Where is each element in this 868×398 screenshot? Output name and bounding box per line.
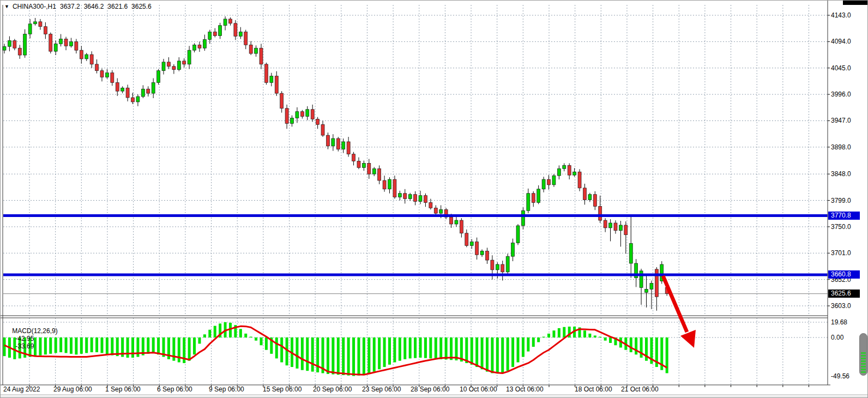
macd-bar	[75, 337, 77, 354]
macd-bar	[147, 337, 149, 354]
scrollbar-stripes-icon	[861, 352, 866, 373]
macd-bar	[496, 337, 499, 373]
candle	[557, 168, 560, 176]
candle	[59, 39, 63, 44]
candle	[224, 19, 227, 26]
symbol-period-label: CHINA300-,H1	[13, 3, 56, 10]
candle	[162, 62, 165, 71]
candle	[116, 82, 119, 91]
candle	[183, 61, 186, 64]
macd-bar	[157, 337, 160, 354]
macd-bar	[80, 337, 83, 354]
candle	[542, 179, 545, 189]
macd-bar	[250, 337, 252, 337]
macd-bar	[296, 337, 298, 369]
candle	[85, 55, 88, 59]
macd-main-value: -42.95	[15, 335, 34, 342]
macd-bar	[511, 337, 514, 367]
candle	[342, 142, 345, 149]
macd-bar	[435, 337, 437, 359]
macd-bar	[70, 337, 73, 354]
macd-bar	[532, 337, 535, 347]
macd-name: MACD(12,26,9)	[12, 327, 57, 335]
candle	[80, 50, 83, 59]
macd-bar	[337, 337, 340, 375]
down-arrow-annotation[interactable]	[663, 276, 696, 348]
macd-bar	[527, 337, 529, 352]
candle	[655, 269, 658, 297]
window-bottom-strip	[1, 394, 868, 398]
macd-bar	[383, 337, 386, 367]
ohlc-high: 3646.2	[84, 3, 104, 10]
time-tick-label: 21 Oct 06:00	[621, 385, 659, 393]
candle	[69, 41, 73, 46]
macd-bar	[286, 337, 288, 365]
candle	[414, 195, 417, 202]
support-price-tag[interactable]: 3660.8	[828, 270, 860, 279]
price-tick-label: 4094.0	[831, 38, 851, 45]
price-tick-label: 3750.0	[831, 223, 851, 231]
macd-bar	[507, 337, 509, 371]
macd-bar	[475, 337, 478, 367]
candle	[157, 71, 160, 83]
candle	[260, 48, 263, 64]
candle	[172, 67, 176, 70]
candle	[419, 196, 422, 202]
candle	[372, 168, 376, 174]
candle	[39, 22, 42, 27]
candle	[537, 189, 540, 203]
macd-bar	[547, 334, 550, 337]
candle	[64, 39, 68, 46]
candle	[249, 45, 252, 53]
candle	[228, 19, 232, 23]
symbol-dropdown-icon[interactable]: ▼	[4, 4, 9, 9]
chart-canvas[interactable]: 4143.04094.04045.03996.03947.03898.03848…	[1, 1, 868, 398]
macd-bar	[445, 337, 448, 360]
macd-bar	[429, 337, 432, 358]
macd-tick-label: 0.00	[831, 334, 844, 341]
candle	[619, 225, 622, 231]
macd-bar	[91, 337, 93, 352]
ohlc-open: 3637.2	[60, 3, 80, 10]
time-tick-label: 15 Sep 06:00	[263, 385, 302, 393]
macd-bar	[640, 337, 643, 358]
macd-bar	[327, 337, 329, 374]
macd-bar	[214, 326, 216, 337]
macd-bar	[465, 337, 468, 363]
macd-bar	[193, 337, 196, 354]
candle	[75, 41, 78, 50]
candle	[480, 251, 484, 255]
candle	[234, 23, 237, 37]
macd-bar	[244, 334, 247, 337]
candle	[280, 93, 284, 108]
scrollbar-thumb[interactable]	[859, 333, 867, 376]
macd-bar	[106, 337, 108, 354]
macd-bar	[85, 337, 88, 353]
macd-bar	[517, 337, 520, 363]
macd-bar	[471, 337, 473, 365]
macd-bar	[208, 330, 211, 337]
candle	[152, 82, 155, 93]
macd-bar	[414, 337, 417, 358]
candle	[640, 271, 643, 288]
macd-bar	[229, 323, 232, 337]
candle	[177, 61, 180, 70]
candle	[434, 208, 437, 213]
time-tick-label: 6 Sep 06:00	[157, 385, 192, 393]
macd-bar	[486, 337, 489, 372]
candle	[270, 76, 273, 83]
price-tick-label: 3848.0	[831, 170, 851, 178]
candle	[460, 220, 463, 233]
candle	[219, 26, 222, 36]
price-axis: 4143.04094.04045.03996.03947.03898.03848…	[828, 11, 851, 380]
candle	[203, 39, 206, 48]
macd-bar	[378, 337, 381, 369]
candle	[300, 112, 304, 117]
macd-bar	[280, 337, 283, 363]
candle	[105, 73, 108, 77]
candle	[13, 40, 16, 48]
resistance-price-tag[interactable]: 3770.8	[828, 212, 860, 220]
candle	[275, 76, 278, 94]
candle	[28, 24, 32, 34]
candlesticks	[3, 16, 668, 311]
